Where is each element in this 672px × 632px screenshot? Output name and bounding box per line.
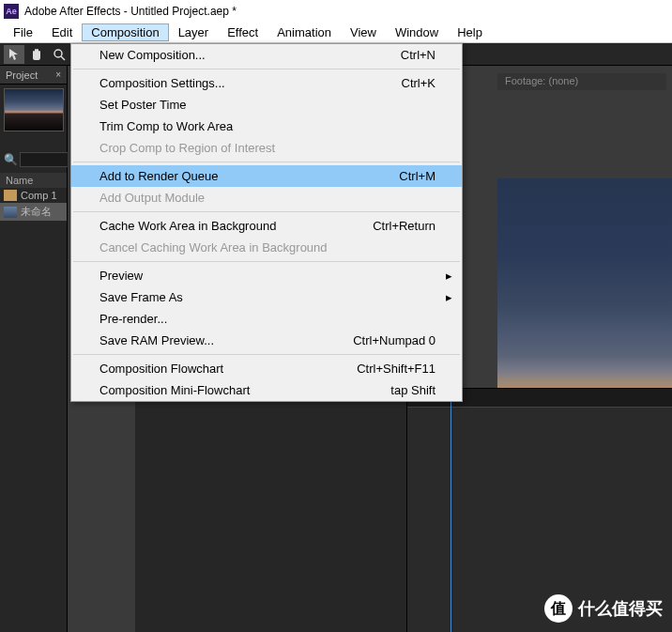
search-icon: 🔍 [4, 153, 18, 166]
watermark-text: 什么值得买 [578, 597, 663, 620]
submenu-arrow-icon: ▸ [446, 269, 452, 283]
menu-item-composition-mini-flowchart[interactable]: Composition Mini-Flowcharttap Shift [71, 379, 462, 401]
menu-separator [73, 69, 460, 69]
svg-point-0 [54, 50, 62, 57]
menu-item-save-frame-as[interactable]: Save Frame As▸ [71, 286, 462, 308]
menu-composition[interactable]: Composition [82, 23, 168, 41]
menu-item-label: Save Frame As [99, 290, 183, 304]
name-column-header[interactable]: Name [0, 173, 67, 188]
menu-item-label: New Composition... [99, 48, 206, 62]
menu-item-label: Cache Work Area in Background [99, 219, 276, 233]
window-title: Adobe After Effects - Untitled Project.a… [24, 5, 237, 18]
menu-item-label: Save RAM Preview... [99, 333, 214, 347]
menu-file[interactable]: File [4, 23, 42, 41]
menu-item-label: Pre-render... [99, 312, 167, 326]
menu-item-shortcut: tap Shift [390, 383, 435, 397]
menu-item-label: Composition Mini-Flowchart [99, 383, 250, 397]
submenu-arrow-icon: ▸ [446, 290, 452, 304]
menu-item-pre-render[interactable]: Pre-render... [71, 308, 462, 330]
app-icon: Ae [4, 4, 19, 19]
menu-separator [73, 211, 460, 212]
menu-item-shortcut: Ctrl+M [399, 169, 435, 183]
menu-item-label: Add Output Module [99, 191, 205, 205]
menu-item-shortcut: Ctrl+Return [373, 219, 435, 233]
project-panel-tab[interactable]: Project × [0, 66, 67, 85]
watermark: 值 什么值得买 [544, 594, 663, 623]
menu-window[interactable]: Window [386, 23, 448, 41]
menu-item-new-composition[interactable]: New Composition...Ctrl+N [71, 44, 462, 66]
project-item-label: 未命名 [21, 205, 52, 219]
footage-panel-tab[interactable]: Footage: (none) [497, 73, 666, 90]
menu-item-cancel-caching-work-area-in-background: Cancel Caching Work Area in Background [71, 237, 462, 258]
menu-item-shortcut: Ctrl+N [401, 48, 435, 62]
menu-item-save-ram-preview[interactable]: Save RAM Preview...Ctrl+Numpad 0 [71, 330, 462, 351]
menu-item-composition-flowchart[interactable]: Composition FlowchartCtrl+Shift+F11 [71, 358, 462, 379]
menu-item-cache-work-area-in-background[interactable]: Cache Work Area in BackgroundCtrl+Return [71, 215, 462, 237]
close-icon[interactable]: × [55, 69, 61, 80]
menu-item-preview[interactable]: Preview▸ [71, 265, 462, 286]
menu-item-label: Composition Settings... [99, 76, 225, 90]
menu-layer[interactable]: Layer [169, 23, 219, 41]
menu-animation[interactable]: Animation [267, 23, 341, 41]
menu-item-label: Composition Flowchart [99, 362, 223, 376]
menu-view[interactable]: View [341, 23, 386, 41]
selection-tool-icon[interactable] [4, 45, 24, 64]
composition-menu-dropdown: New Composition...Ctrl+NComposition Sett… [70, 43, 463, 402]
menu-separator [73, 162, 460, 162]
menu-item-label: Cancel Caching Work Area in Background [99, 240, 328, 254]
menu-item-label: Crop Comp to Region of Interest [99, 141, 275, 155]
menu-item-shortcut: Ctrl+Numpad 0 [353, 333, 435, 347]
project-panel: Project × 🔍 Name Comp 1未命名 [0, 66, 68, 632]
menu-effect[interactable]: Effect [218, 23, 267, 41]
menu-item-shortcut: Ctrl+K [402, 76, 435, 90]
menubar: FileEditCompositionLayerEffectAnimationV… [0, 23, 672, 43]
menu-help[interactable]: Help [448, 23, 492, 41]
project-item[interactable]: Comp 1 [0, 188, 67, 203]
menu-item-label: Set Poster Time [99, 98, 186, 112]
comp-icon [4, 207, 17, 218]
folder-icon [4, 190, 17, 201]
menu-item-add-output-module: Add Output Module [71, 187, 462, 208]
menu-item-composition-settings[interactable]: Composition Settings...Ctrl+K [71, 72, 462, 94]
titlebar: Ae Adobe After Effects - Untitled Projec… [0, 0, 672, 23]
hand-tool-icon[interactable] [26, 45, 47, 64]
menu-item-label: Add to Render Queue [99, 169, 218, 183]
menu-item-add-to-render-queue[interactable]: Add to Render QueueCtrl+M [71, 165, 462, 187]
menu-item-crop-comp-to-region-of-interest: Crop Comp to Region of Interest [71, 137, 462, 159]
menu-item-shortcut: Ctrl+Shift+F11 [357, 362, 435, 376]
project-item-label: Comp 1 [21, 190, 57, 201]
menu-item-label: Preview [99, 269, 143, 283]
watermark-icon: 值 [544, 594, 573, 623]
menu-item-label: Trim Comp to Work Area [99, 119, 233, 133]
project-item[interactable]: 未命名 [0, 203, 67, 221]
time-indicator[interactable] [451, 389, 451, 632]
menu-item-set-poster-time[interactable]: Set Poster Time [71, 94, 462, 116]
menu-item-trim-comp-to-work-area[interactable]: Trim Comp to Work Area [71, 116, 462, 137]
composition-thumbnail[interactable] [4, 88, 64, 131]
menu-separator [73, 261, 460, 262]
svg-line-1 [61, 56, 65, 60]
menu-edit[interactable]: Edit [42, 23, 82, 41]
project-tab-label: Project [6, 69, 38, 81]
menu-separator [73, 354, 460, 355]
zoom-tool-icon[interactable] [49, 45, 69, 64]
